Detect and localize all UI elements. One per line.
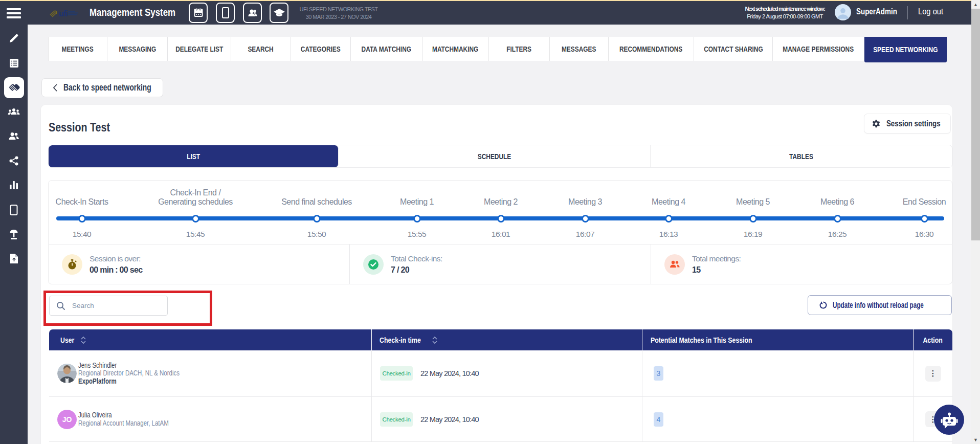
svg-text:ufi: ufi (59, 9, 68, 18)
